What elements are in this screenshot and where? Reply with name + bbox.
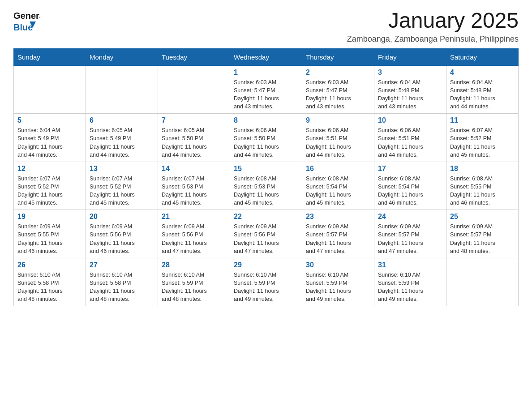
day-number: 14 [162,165,226,173]
day-number: 13 [90,165,154,173]
header-cell-thursday: Thursday [302,48,374,65]
day-info: Sunrise: 6:10 AMSunset: 5:58 PMDaylight:… [90,271,154,304]
day-info: Sunrise: 6:09 AMSunset: 5:56 PMDaylight:… [162,223,226,255]
day-info: Sunrise: 6:05 AMSunset: 5:49 PMDaylight:… [90,126,154,159]
header-row: SundayMondayTuesdayWednesdayThursdayFrid… [14,48,519,65]
calendar-subtitle: Zamboanga, Zamboanga Peninsula, Philippi… [347,34,519,44]
day-number: 16 [306,165,370,173]
day-number: 5 [17,116,82,124]
day-cell-24: 24Sunrise: 6:09 AMSunset: 5:57 PMDayligh… [374,210,446,258]
day-cell-16: 16Sunrise: 6:08 AMSunset: 5:54 PMDayligh… [302,162,374,210]
day-number: 22 [234,213,298,221]
svg-text:General: General [13,11,40,21]
day-info: Sunrise: 6:04 AMSunset: 5:49 PMDaylight:… [17,126,82,159]
day-number: 6 [90,116,154,124]
day-cell-27: 27Sunrise: 6:10 AMSunset: 5:58 PMDayligh… [86,258,158,306]
day-info: Sunrise: 6:08 AMSunset: 5:54 PMDaylight:… [306,175,370,207]
day-cell-9: 9Sunrise: 6:06 AMSunset: 5:51 PMDaylight… [302,114,374,162]
day-cell-25: 25Sunrise: 6:09 AMSunset: 5:57 PMDayligh… [446,210,519,258]
day-cell-31: 31Sunrise: 6:10 AMSunset: 5:59 PMDayligh… [374,258,446,306]
header-cell-sunday: Sunday [14,48,86,65]
day-number: 9 [306,116,370,124]
day-number: 29 [234,261,298,269]
day-cell-15: 15Sunrise: 6:08 AMSunset: 5:53 PMDayligh… [230,162,302,210]
day-number: 4 [450,68,515,77]
day-info: Sunrise: 6:07 AMSunset: 5:52 PMDaylight:… [17,175,82,207]
day-cell-14: 14Sunrise: 6:07 AMSunset: 5:53 PMDayligh… [158,162,230,210]
day-cell-5: 5Sunrise: 6:04 AMSunset: 5:49 PMDaylight… [14,114,86,162]
day-number: 21 [162,213,226,221]
day-info: Sunrise: 6:05 AMSunset: 5:50 PMDaylight:… [162,126,226,159]
week-row-2: 5Sunrise: 6:04 AMSunset: 5:49 PMDaylight… [14,114,519,162]
day-number: 30 [306,261,370,269]
day-cell-26: 26Sunrise: 6:10 AMSunset: 5:58 PMDayligh… [14,258,86,306]
day-cell-17: 17Sunrise: 6:08 AMSunset: 5:54 PMDayligh… [374,162,446,210]
day-info: Sunrise: 6:08 AMSunset: 5:55 PMDaylight:… [450,175,515,207]
day-info: Sunrise: 6:10 AMSunset: 5:59 PMDaylight:… [162,271,226,304]
day-info: Sunrise: 6:10 AMSunset: 5:59 PMDaylight:… [306,271,370,304]
day-info: Sunrise: 6:03 AMSunset: 5:47 PMDaylight:… [306,78,370,111]
day-number: 15 [234,165,298,173]
day-info: Sunrise: 6:04 AMSunset: 5:48 PMDaylight:… [378,78,442,111]
week-row-1: 1Sunrise: 6:03 AMSunset: 5:47 PMDaylight… [14,65,519,114]
day-cell-18: 18Sunrise: 6:08 AMSunset: 5:55 PMDayligh… [446,162,519,210]
day-cell-2: 2Sunrise: 6:03 AMSunset: 5:47 PMDaylight… [302,65,374,114]
day-number: 12 [17,165,82,173]
calendar-body: 1Sunrise: 6:03 AMSunset: 5:47 PMDaylight… [14,65,519,306]
calendar-table: SundayMondayTuesdayWednesdayThursdayFrid… [13,48,519,307]
day-number: 28 [162,261,226,269]
day-info: Sunrise: 6:08 AMSunset: 5:53 PMDaylight:… [234,175,298,207]
day-cell-21: 21Sunrise: 6:09 AMSunset: 5:56 PMDayligh… [158,210,230,258]
day-number: 8 [234,116,298,124]
day-info: Sunrise: 6:06 AMSunset: 5:51 PMDaylight:… [306,126,370,159]
day-info: Sunrise: 6:03 AMSunset: 5:47 PMDaylight:… [234,78,298,111]
logo-icon: General Blue [13,9,40,34]
day-info: Sunrise: 6:06 AMSunset: 5:51 PMDaylight:… [378,126,442,159]
day-cell-1: 1Sunrise: 6:03 AMSunset: 5:47 PMDaylight… [230,65,302,114]
day-number: 24 [378,213,442,221]
day-info: Sunrise: 6:08 AMSunset: 5:54 PMDaylight:… [378,175,442,207]
day-cell-11: 11Sunrise: 6:07 AMSunset: 5:52 PMDayligh… [446,114,519,162]
empty-cell [86,65,158,114]
title-area: January 2025 Zamboanga, Zamboanga Penins… [347,9,519,44]
day-info: Sunrise: 6:06 AMSunset: 5:50 PMDaylight:… [234,126,298,159]
day-info: Sunrise: 6:09 AMSunset: 5:57 PMDaylight:… [306,223,370,255]
day-number: 20 [90,213,154,221]
header-cell-monday: Monday [86,48,158,65]
day-number: 2 [306,68,370,77]
day-info: Sunrise: 6:07 AMSunset: 5:53 PMDaylight:… [162,175,226,207]
empty-cell [158,65,230,114]
day-info: Sunrise: 6:09 AMSunset: 5:57 PMDaylight:… [450,223,515,255]
week-row-4: 19Sunrise: 6:09 AMSunset: 5:55 PMDayligh… [14,210,519,258]
day-number: 23 [306,213,370,221]
day-cell-29: 29Sunrise: 6:10 AMSunset: 5:59 PMDayligh… [230,258,302,306]
day-cell-8: 8Sunrise: 6:06 AMSunset: 5:50 PMDaylight… [230,114,302,162]
day-info: Sunrise: 6:04 AMSunset: 5:48 PMDaylight:… [450,78,515,111]
day-cell-12: 12Sunrise: 6:07 AMSunset: 5:52 PMDayligh… [14,162,86,210]
day-cell-28: 28Sunrise: 6:10 AMSunset: 5:59 PMDayligh… [158,258,230,306]
day-number: 18 [450,165,515,173]
day-info: Sunrise: 6:07 AMSunset: 5:52 PMDaylight:… [450,126,515,159]
day-number: 31 [378,261,442,269]
empty-cell [446,258,519,306]
header-cell-tuesday: Tuesday [158,48,230,65]
week-row-5: 26Sunrise: 6:10 AMSunset: 5:58 PMDayligh… [14,258,519,306]
day-number: 10 [378,116,442,124]
day-info: Sunrise: 6:07 AMSunset: 5:52 PMDaylight:… [90,175,154,207]
day-number: 25 [450,213,515,221]
page-header: General Blue January 2025 Zamboanga, Zam… [13,9,519,44]
header-cell-friday: Friday [374,48,446,65]
day-info: Sunrise: 6:10 AMSunset: 5:59 PMDaylight:… [234,271,298,304]
day-number: 19 [17,213,82,221]
day-cell-4: 4Sunrise: 6:04 AMSunset: 5:48 PMDaylight… [446,65,519,114]
day-number: 3 [378,68,442,77]
empty-cell [14,65,86,114]
calendar-title: January 2025 [347,9,519,33]
day-cell-20: 20Sunrise: 6:09 AMSunset: 5:56 PMDayligh… [86,210,158,258]
day-info: Sunrise: 6:10 AMSunset: 5:59 PMDaylight:… [378,271,442,304]
svg-text:Blue: Blue [13,22,33,32]
header-cell-wednesday: Wednesday [230,48,302,65]
day-cell-3: 3Sunrise: 6:04 AMSunset: 5:48 PMDaylight… [374,65,446,114]
day-number: 11 [450,116,515,124]
day-cell-19: 19Sunrise: 6:09 AMSunset: 5:55 PMDayligh… [14,210,86,258]
